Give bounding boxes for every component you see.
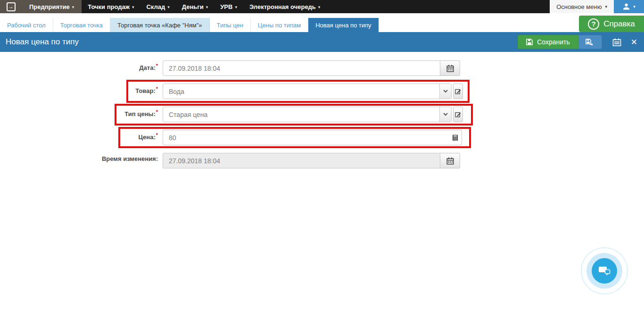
help-label: Справка bbox=[603, 19, 635, 29]
label-text: Дата: bbox=[139, 64, 155, 71]
dropdown-chevron-button[interactable] bbox=[439, 84, 451, 99]
page-toolbar: Новая цена по типу Сохранить ✕ bbox=[0, 32, 644, 52]
chevron-down-icon bbox=[443, 90, 448, 93]
label-text: Тип цены: bbox=[124, 110, 155, 117]
menu-warehouse[interactable]: Склад ▾ bbox=[140, 0, 175, 13]
chevron-down-icon: ▾ bbox=[235, 5, 237, 9]
calendar-icon bbox=[446, 65, 454, 72]
tab-trade-point[interactable]: Торговая точка bbox=[53, 18, 110, 32]
required-marker: * bbox=[156, 86, 158, 92]
menu-urv[interactable]: УРВ ▾ bbox=[214, 0, 243, 13]
tab-label: Типы цен bbox=[217, 22, 243, 29]
app-launcher-button[interactable]: → bbox=[0, 0, 22, 13]
calendar-icon bbox=[446, 157, 454, 165]
page-title: Новая цена по типу bbox=[0, 37, 79, 47]
field-label: Время изменения: bbox=[0, 153, 163, 162]
date-input[interactable]: 27.09.2018 18:04 bbox=[163, 60, 440, 76]
floppy-disk-icon bbox=[526, 39, 533, 45]
combobox-value: Вода bbox=[163, 84, 439, 99]
field-row-change-time: Время изменения: 27.09.2018 18:04 bbox=[0, 153, 644, 168]
question-icon: ? bbox=[588, 18, 599, 30]
tab-label: Торговая точка «Кафе "Ням"» bbox=[117, 22, 202, 29]
save-and-close-button[interactable] bbox=[578, 35, 602, 49]
field-row-price-type: Тип цены:* Старая цена bbox=[0, 107, 644, 122]
user-account-button[interactable]: ▾ bbox=[614, 0, 644, 13]
input-value: 27.09.2018 18:04 bbox=[169, 65, 220, 72]
edit-product-button[interactable] bbox=[453, 84, 463, 99]
field-label: Цена:* bbox=[0, 130, 163, 141]
field-label: Дата:* bbox=[0, 60, 163, 71]
field-label: Товар:* bbox=[0, 84, 163, 94]
chevron-down-icon bbox=[443, 113, 448, 116]
arrow-right-icon: → bbox=[7, 2, 16, 11]
calculator-icon[interactable] bbox=[453, 134, 458, 141]
tab-label: Рабочий стол bbox=[7, 22, 46, 29]
input-value: 80 bbox=[169, 134, 176, 142]
required-marker: * bbox=[156, 132, 158, 138]
tabs-group: Рабочий стол Торговая точка Торговая точ… bbox=[0, 18, 379, 32]
price-type-combobox[interactable]: Старая цена bbox=[163, 107, 452, 122]
label-text: Цена: bbox=[138, 134, 155, 141]
price-input[interactable]: 80 bbox=[163, 130, 462, 145]
tab-label: Новая цена по типу bbox=[315, 22, 371, 29]
tab-desktop[interactable]: Рабочий стол bbox=[0, 18, 53, 32]
required-marker: * bbox=[156, 109, 158, 115]
new-price-form: Дата:* 27.09.2018 18:04 Товар:* Вода bbox=[0, 52, 644, 176]
menu-points-of-sale[interactable]: Точки продаж ▾ bbox=[82, 0, 140, 13]
menu-enterprise[interactable]: Предприятие ▾ bbox=[22, 0, 82, 13]
product-combobox[interactable]: Вода bbox=[163, 84, 452, 99]
help-button[interactable]: ? Справка bbox=[579, 16, 644, 32]
menu-label: Предприятие bbox=[29, 3, 70, 10]
label-text: Товар: bbox=[135, 87, 155, 94]
menu-label: Склад bbox=[146, 3, 165, 10]
chevron-down-icon: ▾ bbox=[206, 5, 208, 9]
chevron-down-icon: ▾ bbox=[132, 5, 134, 9]
log-journal-button[interactable] bbox=[612, 38, 621, 46]
tab-label: Цены по типам bbox=[258, 22, 301, 29]
tab-prices-by-type[interactable]: Цены по типам bbox=[251, 18, 308, 32]
save-label: Сохранить bbox=[537, 38, 570, 46]
field-label: Тип цены:* bbox=[0, 107, 163, 117]
chat-widget-button[interactable] bbox=[581, 247, 628, 294]
chevron-down-icon: ▾ bbox=[167, 5, 170, 9]
main-menu-button[interactable]: Основное меню ▾ bbox=[550, 0, 614, 13]
tab-new-price-by-type[interactable]: Новая цена по типу bbox=[308, 18, 378, 32]
save-button[interactable]: Сохранить bbox=[518, 35, 578, 49]
edit-price-type-button[interactable] bbox=[453, 107, 463, 122]
chevron-down-icon: ▾ bbox=[633, 4, 636, 9]
label-text: Время изменения: bbox=[102, 155, 158, 162]
edit-pencil-icon bbox=[455, 88, 461, 94]
topbar-right-group: Основное меню ▾ ▾ bbox=[550, 0, 644, 13]
chevron-down-icon: ▾ bbox=[72, 5, 74, 9]
tab-label: Торговая точка bbox=[60, 22, 103, 29]
field-row-price: Цена:* 80 bbox=[0, 130, 644, 145]
journal-icon bbox=[612, 38, 621, 46]
tab-trade-point-cafe-nyam[interactable]: Торговая точка «Кафе "Ням"» bbox=[110, 18, 209, 32]
top-menu-bar: → Предприятие ▾ Точки продаж ▾ Склад ▾ Д… bbox=[0, 0, 644, 13]
combobox-value: Старая цена bbox=[163, 107, 439, 122]
calendar-picker-button[interactable] bbox=[440, 153, 460, 168]
tab-price-types[interactable]: Типы цен bbox=[210, 18, 251, 32]
calendar-picker-button[interactable] bbox=[440, 60, 460, 76]
toolbar-actions: Сохранить ✕ bbox=[518, 35, 644, 49]
chevron-down-icon: ▾ bbox=[318, 5, 321, 9]
required-marker: * bbox=[156, 63, 158, 68]
menu-electronic-queue[interactable]: Электронная очередь ▾ bbox=[243, 0, 326, 13]
floppy-disk-arrow-icon bbox=[586, 39, 594, 46]
dropdown-chevron-button[interactable] bbox=[439, 107, 451, 122]
tab-bar: Рабочий стол Торговая точка Торговая точ… bbox=[0, 13, 644, 32]
menu-label: Точки продаж bbox=[88, 3, 130, 10]
chat-bubble-icon bbox=[592, 258, 617, 284]
main-menu-label: Основное меню bbox=[556, 3, 602, 10]
menu-label: Электронная очередь bbox=[249, 3, 316, 10]
field-row-date: Дата:* 27.09.2018 18:04 bbox=[0, 60, 644, 76]
close-icon[interactable]: ✕ bbox=[631, 37, 637, 47]
menu-money[interactable]: Деньги ▾ bbox=[176, 0, 214, 13]
field-row-product: Товар:* Вода bbox=[0, 84, 644, 99]
change-time-input-readonly: 27.09.2018 18:04 bbox=[163, 153, 440, 168]
menu-label: Деньги bbox=[182, 3, 204, 10]
chevron-down-icon: ▾ bbox=[605, 4, 607, 9]
menu-label: УРВ bbox=[220, 3, 232, 10]
input-value: 27.09.2018 18:04 bbox=[169, 157, 220, 165]
user-icon bbox=[622, 3, 630, 10]
